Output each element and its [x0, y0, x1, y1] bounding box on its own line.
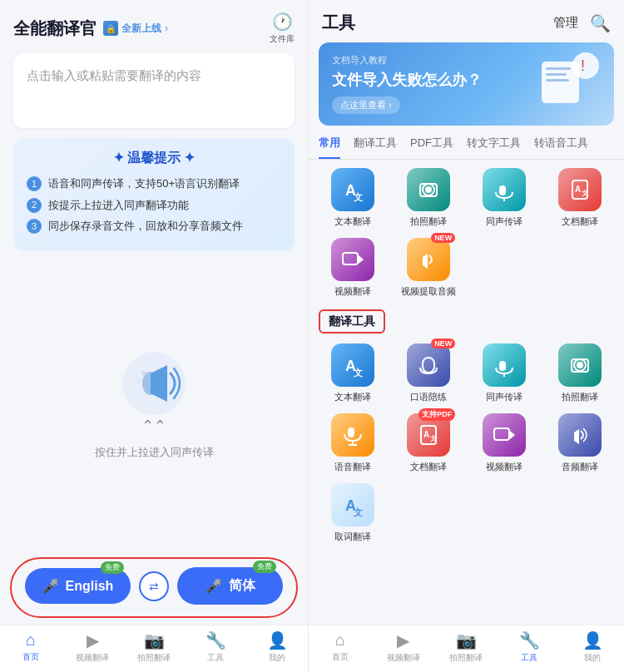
svg-text:A: A — [575, 185, 581, 194]
right-header-actions: 管理 🔍 — [553, 13, 611, 33]
left-nav-home[interactable]: ⌂ 首页 — [0, 630, 62, 664]
banner-link[interactable]: 点这里查看 › — [332, 96, 400, 114]
tip-item-1: 1 语音和同声传译，支持50+语言识别翻译 — [27, 175, 281, 192]
tool-icon-wrap: A文 — [558, 168, 602, 211]
svg-text:文: 文 — [354, 507, 363, 517]
tip-text-1: 语音和同声传译，支持50+语言识别翻译 — [48, 175, 240, 192]
tool-icon-wrap — [483, 343, 526, 387]
svg-rect-7 — [546, 73, 567, 76]
mic-icon-left: 🎤 — [42, 578, 59, 594]
left-nav-tools[interactable]: 🔧 工具 — [185, 630, 246, 664]
nav-tools-label: 工具 — [207, 652, 224, 664]
new-tag[interactable]: 全新上线 — [121, 22, 161, 36]
tool-icon-wrap: A文 — [331, 483, 374, 526]
svg-text:文: 文 — [354, 192, 363, 202]
tool-icon-wrap — [558, 343, 602, 387]
tab-pdf-tools[interactable]: PDF工具 — [410, 136, 453, 159]
speaker-area: ⌃⌃ 按住并上拉进入同声传译 — [0, 261, 308, 558]
camera-icon: 📷 — [144, 630, 165, 650]
tool-text-translate[interactable]: A文 文本翻译 — [319, 168, 388, 228]
nav-photo-label: 拍照翻译 — [137, 652, 171, 664]
new-tag-arrow: › — [165, 22, 168, 34]
tab-text-tools[interactable]: 转文字工具 — [467, 136, 521, 159]
left-language-label: English — [66, 579, 114, 594]
tool-photo-translate-2[interactable]: 拍照翻译 — [545, 343, 614, 403]
tool-doc-translate[interactable]: A文 文档翻译 — [545, 168, 614, 228]
svg-marker-22 — [359, 255, 364, 264]
tip-text-2: 按提示上拉进入同声翻译功能 — [48, 197, 189, 214]
section-translate-tools: 翻译工具 — [319, 309, 385, 334]
search-icon[interactable]: 🔍 — [590, 13, 611, 33]
right-nav-tools[interactable]: 🔧 工具 — [498, 630, 561, 664]
tab-voice-tools[interactable]: 转语音工具 — [534, 136, 588, 159]
language-bar: 免费 🎤 English ⇄ 免费 🎤 简体 — [10, 557, 298, 618]
right-title: 工具 — [322, 12, 355, 34]
right-nav-video[interactable]: ▶ 视频翻译 — [372, 630, 435, 664]
right-nav-photo[interactable]: 📷 拍照翻译 — [435, 630, 498, 664]
tab-translate-tools[interactable]: 翻译工具 — [354, 136, 397, 159]
left-nav-video[interactable]: ▶ 视频翻译 — [62, 630, 123, 664]
swap-button[interactable]: ⇄ — [139, 571, 169, 601]
tool-simultaneous-2[interactable]: 同声传译 — [470, 343, 539, 403]
tool-voice-translate[interactable]: 语音翻译 — [319, 413, 388, 473]
svg-text:A: A — [423, 430, 429, 439]
file-library-label: 文件库 — [270, 33, 295, 45]
tip-text-3: 同步保存录音文件，回放和分享音频文件 — [48, 218, 243, 235]
svg-rect-16 — [499, 185, 506, 195]
tool-video-translate[interactable]: 视频翻译 — [319, 238, 388, 298]
svg-rect-37 — [494, 428, 509, 440]
tool-label-video-translate: 视频翻译 — [334, 285, 371, 298]
right-nav-home[interactable]: ⌂ 首页 — [309, 630, 372, 664]
tool-label-sim2: 同声传译 — [486, 391, 522, 403]
tool-icon-wrap: A文 支持PDF — [407, 413, 450, 457]
tool-audio-translate[interactable]: 音频翻译 — [545, 413, 614, 473]
tool-doc-translate-2[interactable]: A文 支持PDF 文档翻译 — [394, 413, 463, 473]
tool-icon-wrap — [331, 238, 374, 281]
tool-icon-video-translate — [331, 238, 374, 281]
tool-text-translate-2[interactable]: A文 文本翻译 — [319, 343, 388, 403]
tool-icon-simultaneous — [483, 168, 526, 211]
banner[interactable]: 文档导入教程 文件导入失败怎么办？ 点这里查看 › ! — [319, 42, 614, 126]
tips-star-left: ✦ — [113, 151, 127, 165]
svg-marker-38 — [510, 431, 515, 439]
tool-icon-wrap — [558, 413, 602, 457]
tool-icon-wrap — [483, 168, 526, 211]
tab-common[interactable]: 常用 — [319, 136, 340, 159]
left-nav-me[interactable]: 👤 我的 — [246, 630, 308, 664]
chevron-up-icon: ⌃⌃ — [141, 417, 166, 435]
section-title-text: 翻译工具 — [329, 314, 375, 328]
svg-text:文: 文 — [430, 434, 437, 442]
right-panel: 工具 管理 🔍 文档导入教程 文件导入失败怎么办？ 点这里查看 › ! 常用 翻… — [308, 0, 624, 672]
right-video-icon: ▶ — [397, 630, 409, 650]
tool-simultaneous[interactable]: 同声传译 — [470, 168, 539, 228]
right-nav-me-label: 我的 — [584, 652, 601, 664]
common-tools-grid: A文 文本翻译 拍照翻译 — [319, 168, 614, 298]
tool-oral-practice[interactable]: NEW 口语陪练 — [394, 343, 463, 403]
free-badge-left: 免费 — [101, 561, 124, 574]
left-nav-photo[interactable]: 📷 拍照翻译 — [123, 630, 185, 664]
tips-star-right: ✦ — [184, 151, 195, 165]
svg-point-30 — [577, 362, 583, 368]
right-language-button[interactable]: 免费 🎤 简体 — [177, 567, 283, 605]
tool-video-audio[interactable]: NEW 视频提取音频 — [394, 238, 463, 298]
left-language-button[interactable]: 免费 🎤 English — [25, 568, 131, 604]
pdf-badge-doc: 支持PDF — [418, 408, 455, 421]
file-library-button[interactable]: 🕐 文件库 — [270, 12, 295, 45]
tool-video-translate-2[interactable]: 视频翻译 — [470, 413, 539, 473]
translation-input-area[interactable]: 点击输入或粘贴需要翻译的内容 — [13, 53, 295, 128]
right-home-icon: ⌂ — [335, 630, 345, 650]
free-badge-right: 免费 — [253, 561, 276, 573]
tool-icon-wrap: A文 — [331, 168, 374, 211]
tips-box: ✦ 温馨提示 ✦ 1 语音和同声传译，支持50+语言识别翻译 2 按提示上拉进入… — [13, 138, 295, 251]
tool-icon-wrap — [483, 413, 526, 457]
manage-button[interactable]: 管理 — [553, 15, 578, 31]
tip-num-2: 2 — [27, 198, 42, 213]
left-bottom-nav: ⌂ 首页 ▶ 视频翻译 📷 拍照翻译 🔧 工具 👤 我的 — [0, 625, 308, 672]
new-badge-oral: NEW — [431, 338, 455, 348]
tips-title-text: 温馨提示 — [127, 151, 181, 165]
tool-photo-translate[interactable]: 拍照翻译 — [394, 168, 463, 228]
tip-num-1: 1 — [27, 176, 42, 191]
tool-word-lookup[interactable]: A文 取词翻译 — [319, 483, 388, 543]
right-me-icon: 👤 — [582, 630, 603, 650]
right-nav-me[interactable]: 👤 我的 — [561, 630, 624, 664]
